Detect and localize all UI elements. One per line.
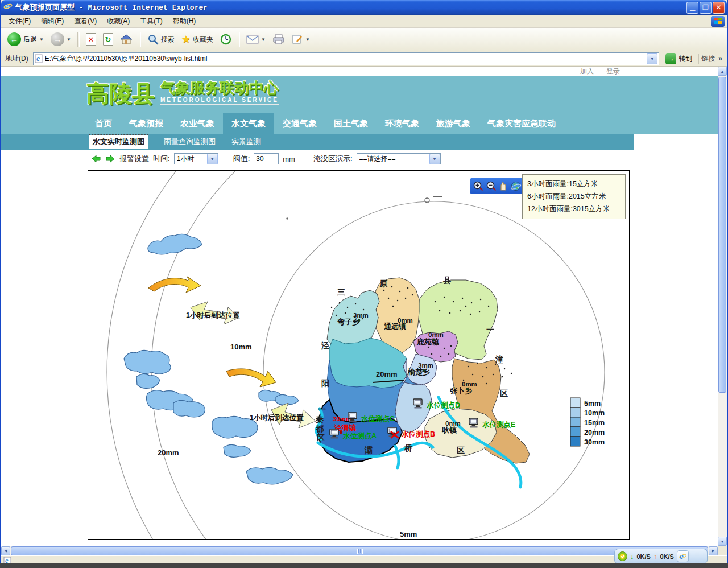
- browser-viewport: 加入 登录 高陵县 气象服务联动中心 METEOROLOGICAL SERVIC…: [1, 67, 727, 546]
- region-label: 榆楚乡: [407, 368, 430, 376]
- menu-file[interactable]: 文件(F): [3, 15, 36, 27]
- station-label: 水位测点C: [361, 415, 395, 423]
- vertical-scroll-thumb[interactable]: [718, 77, 726, 393]
- account-links: 加入 登录: [1, 67, 718, 76]
- forward-dropdown-icon[interactable]: ▼: [67, 37, 71, 42]
- globe-icon[interactable]: [510, 180, 522, 192]
- forecast-arrow-label: 1小时后到达位置: [186, 311, 240, 319]
- go-label: 转到: [679, 54, 692, 64]
- time-select-dropdown-icon[interactable]: ▼: [207, 154, 218, 164]
- logo-subtitle: METEOROLOGICAL SERVICE: [160, 97, 279, 105]
- nav-tourism[interactable]: 旅游气象: [428, 113, 479, 134]
- tab-live-view[interactable]: 实景监测: [231, 137, 261, 147]
- menu-view[interactable]: 查看(V): [69, 15, 102, 27]
- threshold-input[interactable]: 30: [254, 153, 279, 164]
- horizontal-scrollbar[interactable]: ◀ ▶: [1, 546, 718, 555]
- tab-realtime-monitor-map[interactable]: 水文实时监测图: [89, 135, 148, 149]
- go-button[interactable]: → 转到: [662, 53, 696, 65]
- print-icon: [272, 34, 285, 44]
- menu-help[interactable]: 帮助(H): [168, 15, 201, 27]
- legend-label: 10mm: [584, 409, 605, 417]
- favorites-label: 收藏夹: [193, 35, 213, 44]
- toolbar-separator: [139, 32, 141, 47]
- history-button[interactable]: [217, 32, 234, 46]
- address-input[interactable]: e E:\气象台\原型20110530\原型20110530\swyb-list…: [33, 52, 660, 65]
- nav-environment[interactable]: 环境气象: [377, 113, 428, 134]
- address-label: 地址(D): [3, 54, 30, 64]
- zoom-out-icon[interactable]: [486, 180, 497, 192]
- station-D[interactable]: 水位测点D: [413, 399, 460, 409]
- svg-text:e: e: [36, 55, 40, 62]
- close-button[interactable]: ✕: [713, 2, 725, 14]
- stop-button[interactable]: ✕: [83, 32, 99, 47]
- prev-arrow-button[interactable]: [91, 155, 101, 163]
- nav-disaster-emergency[interactable]: 气象灾害应急联动: [479, 113, 564, 134]
- flood-demo-select[interactable]: ==请选择== ▼: [357, 153, 441, 164]
- web-page: 加入 登录 高陵县 气象服务联动中心 METEOROLOGICAL SERVIC…: [1, 67, 718, 546]
- vertical-scrollbar[interactable]: ▲ ▼: [718, 67, 727, 546]
- mail-button[interactable]: ▼: [243, 34, 268, 45]
- scroll-left-button[interactable]: ◀: [1, 546, 10, 555]
- back-button[interactable]: ← 后退 ▼: [5, 31, 47, 47]
- edit-button[interactable]: ▼: [289, 33, 313, 46]
- title-bar[interactable]: e 气象预报页面原型 - Microsoft Internet Explorer…: [1, 0, 727, 15]
- legend-swatch: [570, 398, 580, 408]
- links-button[interactable]: 链接 »: [698, 54, 725, 64]
- search-icon: [147, 34, 159, 45]
- ie-shortcut-icon[interactable]: e: [677, 550, 689, 562]
- toolbar-separator: [238, 32, 240, 47]
- forward-button[interactable]: → ▼: [48, 31, 74, 47]
- flood-demo-value: ==请选择==: [357, 154, 429, 164]
- network-speed-widget[interactable]: ↓ 0K/S ↑ 0K/S e: [614, 549, 708, 563]
- join-link[interactable]: 加入: [580, 67, 594, 76]
- nav-weather-forecast[interactable]: 气象预报: [121, 113, 172, 134]
- time-select[interactable]: 1小时 ▼: [174, 153, 218, 164]
- svg-text:阳: 阳: [321, 378, 329, 388]
- search-button[interactable]: 搜索: [144, 32, 177, 46]
- nav-agriculture[interactable]: 农业气象: [172, 113, 223, 134]
- legend-swatch: [570, 417, 580, 427]
- favorites-button[interactable]: ★ 收藏夹: [179, 32, 216, 47]
- flood-select-dropdown-icon[interactable]: ▼: [429, 154, 440, 164]
- zoom-in-icon[interactable]: [473, 180, 484, 192]
- menu-edit[interactable]: 编辑(E): [36, 15, 69, 27]
- svg-text:区: 区: [317, 433, 325, 442]
- address-dropdown-icon[interactable]: ▼: [647, 53, 657, 64]
- login-link[interactable]: 登录: [606, 67, 620, 76]
- map-toolbar: [470, 178, 524, 194]
- scroll-down-button[interactable]: ▼: [718, 537, 727, 546]
- main-nav: 首页 气象预报 农业气象 水文气象 交通气象 国土气象 环境气象 旅游气象 气象…: [1, 113, 718, 134]
- storm-arrow-icon: [148, 277, 201, 293]
- minimize-button[interactable]: ▁: [686, 2, 698, 14]
- nav-hydrology[interactable]: 水文气象: [223, 113, 274, 134]
- address-bar: 地址(D) e E:\气象台\原型20110530\原型20110530\swy…: [1, 51, 727, 67]
- horizontal-scroll-thumb[interactable]: [11, 546, 708, 555]
- svg-text:三: 三: [337, 287, 345, 297]
- home-button[interactable]: [117, 32, 135, 46]
- address-url[interactable]: E:\气象台\原型20110530\原型20110530\swyb-list.h…: [45, 54, 645, 64]
- next-arrow-button[interactable]: [105, 155, 115, 163]
- toolbar-separator: [77, 32, 80, 47]
- menu-favorites[interactable]: 收藏(A): [102, 15, 135, 27]
- nav-traffic[interactable]: 交通气象: [274, 113, 325, 134]
- maximize-button[interactable]: ❐: [700, 2, 712, 14]
- rain-cloud-bl: [124, 234, 299, 484]
- refresh-button[interactable]: ↻: [100, 32, 116, 47]
- mail-dropdown-icon[interactable]: ▼: [261, 37, 266, 42]
- pan-hand-icon[interactable]: [498, 180, 508, 192]
- tab-rainfall-query-map[interactable]: 雨量查询监测图: [164, 137, 216, 147]
- security-suite-icon: [618, 551, 627, 561]
- edit-dropdown-icon[interactable]: ▼: [305, 37, 310, 42]
- scroll-up-button[interactable]: ▲: [718, 67, 727, 76]
- print-button[interactable]: [270, 33, 288, 46]
- page-ie-icon: e: [35, 54, 43, 63]
- station-label: 水位测点E: [482, 421, 515, 429]
- nav-land[interactable]: 国土气象: [325, 113, 377, 134]
- scroll-right-button[interactable]: ▶: [709, 546, 718, 555]
- back-dropdown-icon[interactable]: ▼: [39, 37, 44, 42]
- menu-tools[interactable]: 工具(T): [135, 15, 167, 27]
- alarm-settings-label: 报警设置: [119, 154, 149, 164]
- nav-home[interactable]: 首页: [86, 113, 121, 134]
- station-label-alarm: 水位测点B: [401, 430, 435, 438]
- mail-icon: [246, 35, 259, 44]
